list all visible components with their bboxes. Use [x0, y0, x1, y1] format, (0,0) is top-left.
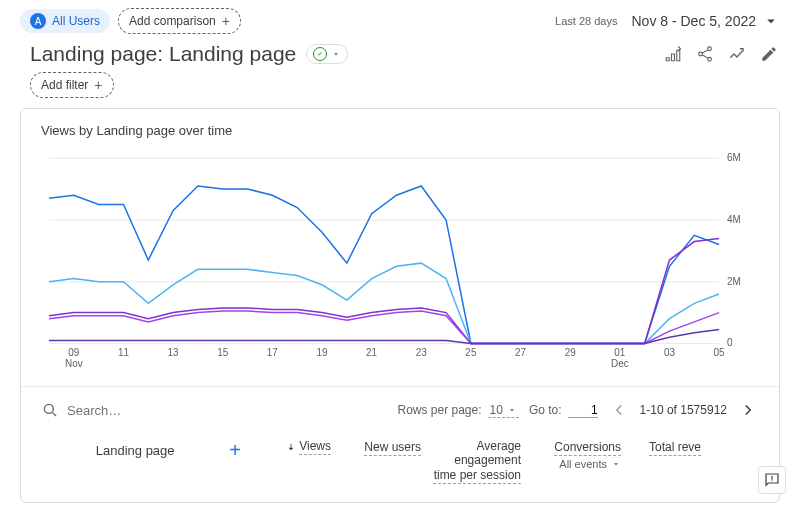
segment-label: All Users	[52, 14, 100, 28]
svg-text:0: 0	[727, 337, 733, 348]
trend-icon	[728, 45, 746, 63]
line-chart: 02M4M6M09Nov1113151719212325272901Dec030…	[21, 144, 779, 374]
customize-report-button[interactable]	[662, 43, 684, 65]
rows-per-page: Rows per page: 10	[397, 403, 518, 418]
goto-label: Go to:	[529, 403, 562, 417]
svg-text:11: 11	[118, 347, 129, 358]
feedback-button[interactable]	[758, 466, 786, 494]
svg-text:23: 23	[416, 347, 427, 358]
search-wrap	[41, 401, 387, 419]
report-card: Views by Landing page over time 02M4M6M0…	[20, 108, 780, 503]
add-filter-button[interactable]: Add filter +	[30, 72, 114, 98]
column-conversions-sub[interactable]: All events	[521, 458, 621, 470]
add-filter-label: Add filter	[41, 78, 88, 92]
plus-icon: +	[222, 13, 230, 29]
svg-text:21: 21	[366, 347, 377, 358]
svg-text:Nov: Nov	[65, 358, 83, 369]
svg-point-0	[708, 47, 712, 51]
chat-bubble-icon	[763, 471, 781, 489]
svg-text:19: 19	[316, 347, 327, 358]
date-range-picker[interactable]: Nov 8 - Dec 5, 2022	[631, 12, 780, 30]
filter-bar: Add filter +	[0, 70, 800, 108]
chevron-left-icon	[610, 401, 628, 419]
search-input[interactable]	[67, 403, 187, 418]
share-button[interactable]	[694, 43, 716, 65]
chevron-down-icon	[507, 405, 517, 415]
column-conversions[interactable]: Conversions All events	[521, 439, 621, 470]
column-landing-page[interactable]: Landing page +	[41, 439, 241, 462]
svg-text:25: 25	[465, 347, 476, 358]
svg-point-2	[708, 57, 712, 61]
svg-text:27: 27	[515, 347, 526, 358]
date-range-label: Last 28 days	[555, 15, 617, 27]
segment-all-users[interactable]: A All Users	[20, 9, 110, 33]
edit-button[interactable]	[758, 43, 780, 65]
rows-per-page-label: Rows per page:	[397, 403, 481, 417]
svg-point-27	[44, 404, 53, 413]
rows-per-page-value: 10	[490, 403, 503, 417]
column-total-revenue[interactable]: Total reve	[621, 439, 701, 456]
column-views-label: Views	[299, 439, 331, 455]
column-total-revenue-label: Total reve	[649, 440, 701, 456]
chevron-right-icon	[739, 401, 757, 419]
status-chip[interactable]	[306, 44, 348, 64]
add-dimension-button[interactable]: +	[229, 439, 241, 462]
segment-badge-a: A	[30, 13, 46, 29]
column-views[interactable]: Views	[241, 439, 331, 455]
check-circle-icon	[313, 47, 327, 61]
add-comparison-label: Add comparison	[129, 14, 216, 28]
column-landing-page-label: Landing page	[41, 443, 229, 458]
add-comparison-button[interactable]: Add comparison +	[118, 8, 241, 34]
sort-descending-icon	[286, 442, 296, 452]
column-avg-engagement[interactable]: Average engagement time per session	[421, 439, 521, 484]
svg-text:01: 01	[614, 347, 625, 358]
top-bar: A All Users Add comparison + Last 28 day…	[0, 0, 800, 38]
svg-text:05: 05	[714, 347, 725, 358]
svg-text:17: 17	[267, 347, 278, 358]
svg-text:03: 03	[664, 347, 675, 358]
svg-point-1	[699, 52, 703, 56]
svg-text:4M: 4M	[727, 214, 741, 225]
insights-button[interactable]	[726, 43, 748, 65]
share-icon	[696, 45, 714, 63]
svg-text:6M: 6M	[727, 152, 741, 163]
pagination-info: 1-10 of 1575912	[640, 403, 727, 417]
column-new-users[interactable]: New users	[331, 439, 421, 456]
plus-icon: +	[94, 77, 102, 93]
next-page-button[interactable]	[737, 399, 759, 421]
chevron-down-icon	[762, 12, 780, 30]
page-title: Landing page: Landing page	[30, 42, 296, 66]
goto-input[interactable]	[568, 403, 598, 418]
column-conversions-label: Conversions	[554, 440, 621, 456]
card-title: Views by Landing page over time	[21, 109, 779, 144]
svg-text:29: 29	[565, 347, 576, 358]
search-icon	[41, 401, 59, 419]
svg-text:Dec: Dec	[611, 358, 629, 369]
report-edit-icon	[664, 45, 682, 63]
svg-text:09: 09	[68, 347, 79, 358]
table-header-row: Landing page + Views New users Average e…	[21, 429, 779, 502]
svg-text:13: 13	[168, 347, 179, 358]
rows-per-page-select[interactable]: 10	[488, 403, 519, 418]
date-range-value: Nov 8 - Dec 5, 2022	[631, 13, 756, 29]
goto-page: Go to:	[529, 403, 598, 418]
chevron-down-icon	[331, 49, 341, 59]
title-bar: Landing page: Landing page	[0, 38, 800, 70]
prev-page-button[interactable]	[608, 399, 630, 421]
chevron-down-icon	[611, 459, 621, 469]
column-avg-engagement-label: Average engagement time per session	[433, 439, 521, 484]
table-toolbar: Rows per page: 10 Go to: 1-10 of 1575912	[21, 386, 779, 429]
pencil-icon	[760, 45, 778, 63]
svg-text:2M: 2M	[727, 276, 741, 287]
column-new-users-label: New users	[364, 440, 421, 456]
svg-text:15: 15	[217, 347, 228, 358]
